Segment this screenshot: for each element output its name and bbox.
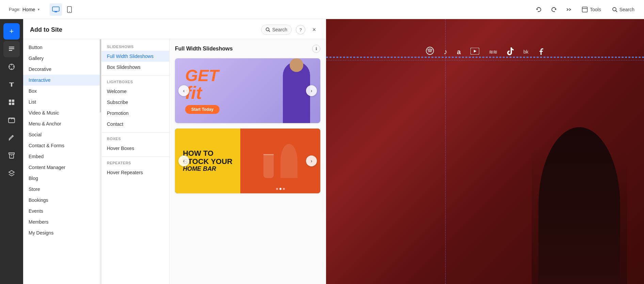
undo-btn[interactable]: [533, 3, 545, 16]
svg-point-23: [266, 28, 269, 31]
music-icon[interactable]: ♪: [444, 47, 448, 56]
subcategory-list: SLIDESHOWS Full Width Slideshows Box Sli…: [101, 39, 170, 284]
get-fit-prev-btn[interactable]: ‹: [178, 85, 189, 96]
category-item-decorative[interactable]: Decorative: [23, 64, 101, 75]
media-btn[interactable]: [3, 112, 20, 128]
dot-2: [279, 188, 281, 190]
category-item-list[interactable]: List: [23, 96, 101, 107]
add-element-btn[interactable]: +: [3, 23, 20, 40]
guide-line-h1: [326, 60, 644, 60]
category-item-social[interactable]: Social: [23, 129, 101, 140]
bandcamp-icon[interactable]: bk: [524, 49, 529, 55]
page-selector[interactable]: Page: Home ▾: [5, 5, 43, 14]
blog-btn[interactable]: [3, 130, 20, 146]
svg-point-10: [613, 8, 616, 11]
category-item-content-manager[interactable]: Content Manager: [23, 162, 101, 173]
content-title: Full Width Slideshows: [175, 46, 233, 52]
soundcloud-icon[interactable]: ≋≋: [489, 49, 497, 55]
youtube-icon[interactable]: [470, 47, 479, 57]
help-btn[interactable]: ?: [296, 25, 305, 34]
category-item-blog[interactable]: Blog: [23, 173, 101, 184]
svg-point-25: [426, 47, 434, 55]
subcategory-promotion[interactable]: Promotion: [101, 108, 169, 119]
home-bar-prev-btn[interactable]: ‹: [178, 155, 189, 166]
redo-btn[interactable]: [548, 3, 560, 16]
svg-rect-8: [582, 7, 587, 12]
category-item-contact-forms[interactable]: Contact & Forms: [23, 140, 101, 151]
svg-line-7: [569, 10, 571, 11]
subcategory-contact[interactable]: Contact: [101, 119, 169, 130]
divider-1: [101, 75, 169, 76]
lightboxes-section-title: LIGHTBOXES: [101, 78, 169, 86]
svg-rect-0: [52, 7, 59, 11]
category-item-button[interactable]: Button: [23, 42, 101, 53]
info-btn[interactable]: ℹ: [312, 45, 320, 53]
category-item-members[interactable]: Members: [23, 216, 101, 227]
panel-search-btn[interactable]: Search: [261, 25, 292, 35]
device-toggle: [50, 3, 76, 16]
facebook-icon[interactable]: [538, 47, 545, 57]
add-icon: +: [10, 27, 14, 36]
svg-rect-21: [9, 153, 14, 154]
close-panel-btn[interactable]: ×: [309, 25, 319, 34]
slideshows-section-title: SLIDESHOWS: [101, 43, 169, 51]
category-item-events[interactable]: Events: [23, 206, 101, 216]
guide-line-v1: [445, 19, 446, 284]
subcategory-hover-boxes[interactable]: Hover Boxes: [101, 143, 169, 154]
text-btn[interactable]: [3, 76, 20, 93]
apps-btn[interactable]: [3, 94, 20, 110]
subcategory-box-slideshows[interactable]: Box Slideshows: [101, 62, 169, 73]
subcategory-subscribe[interactable]: Subscribe: [101, 97, 169, 108]
category-item-gallery[interactable]: Gallery: [23, 53, 101, 64]
desktop-device-btn[interactable]: [50, 3, 62, 16]
home-bar-text: HOW TO STOCK YOUR Home Bar: [183, 149, 232, 173]
spotify-icon[interactable]: [425, 46, 434, 57]
tools-btn[interactable]: Tools: [578, 4, 605, 15]
subcategory-hover-repeaters[interactable]: Hover Repeaters: [101, 167, 169, 178]
category-item-my-designs[interactable]: My Designs: [23, 227, 101, 238]
category-item-bookings[interactable]: Bookings: [23, 195, 101, 206]
category-item-store[interactable]: Store: [23, 184, 101, 195]
help-icon: ?: [299, 27, 302, 32]
category-item-interactive[interactable]: Interactive: [23, 75, 101, 86]
subcategory-welcome[interactable]: Welcome: [101, 86, 169, 97]
social-bar: ♪ a ≋≋ bk: [326, 46, 644, 57]
svg-rect-14: [9, 50, 12, 51]
pages-btn[interactable]: [3, 41, 20, 57]
mobile-device-btn[interactable]: [63, 3, 76, 16]
category-item-box[interactable]: Box: [23, 86, 101, 96]
tools-label: Tools: [590, 7, 601, 12]
canvas-area: ♪ a ≋≋ bk: [326, 19, 644, 284]
layers-btn[interactable]: [3, 165, 20, 181]
home-bar-dots: [276, 188, 285, 190]
amazon-icon[interactable]: a: [457, 48, 461, 56]
svg-line-24: [269, 31, 270, 32]
content-area: Full Width Slideshows ℹ GET fit Start T: [170, 39, 326, 284]
svg-rect-13: [9, 48, 14, 49]
design-btn[interactable]: [3, 59, 20, 75]
panel-search-label: Search: [272, 27, 287, 32]
add-to-site-panel: Add to Site Search ? × Button Galle: [23, 19, 326, 284]
repeaters-section-title: REPEATERS: [101, 160, 169, 167]
category-item-embed[interactable]: Embed: [23, 151, 101, 162]
search-btn-toolbar[interactable]: Search: [608, 5, 639, 14]
store-btn[interactable]: [3, 147, 20, 164]
collapse-btn[interactable]: [563, 3, 575, 16]
svg-point-3: [69, 11, 70, 12]
subcategory-full-width[interactable]: Full Width Slideshows: [101, 51, 169, 62]
home-bar-next-btn[interactable]: ›: [306, 155, 317, 166]
top-toolbar: Page: Home ▾ Tools Search: [0, 0, 644, 19]
tiktok-icon[interactable]: [506, 46, 514, 57]
toolbar-right: Tools Search: [533, 3, 639, 16]
svg-rect-12: [9, 47, 14, 47]
get-fit-card[interactable]: GET fit Start Today: [175, 58, 320, 123]
canvas-bg: ♪ a ≋≋ bk: [326, 19, 644, 284]
dot-1: [276, 188, 278, 190]
panel-title: Add to Site: [30, 26, 62, 33]
divider-2: [101, 132, 169, 133]
category-item-video-music[interactable]: Video & Music: [23, 107, 101, 118]
svg-rect-17: [12, 100, 14, 102]
get-fit-next-btn[interactable]: ›: [306, 85, 317, 96]
category-item-menu-anchor[interactable]: Menu & Anchor: [23, 118, 101, 129]
home-bar-card[interactable]: HOW TO STOCK YOUR Home Bar: [175, 129, 320, 193]
